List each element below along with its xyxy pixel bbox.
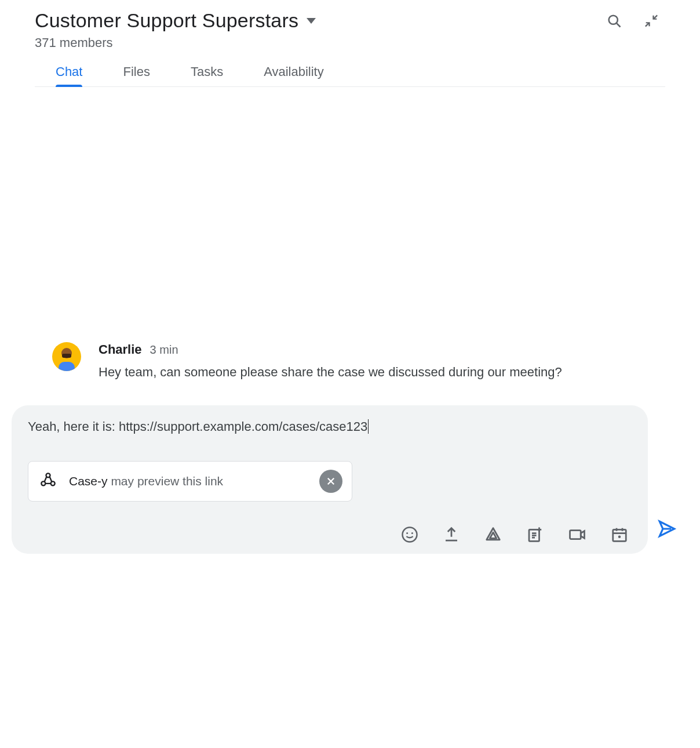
search-icon[interactable]	[606, 13, 622, 29]
message-text: Hey team, can someone please share the c…	[99, 362, 654, 382]
preview-app-name: Case-y	[69, 474, 108, 488]
member-count: 371 members	[35, 35, 665, 50]
tab-availability[interactable]: Availability	[264, 64, 324, 86]
svg-point-17	[618, 536, 621, 539]
collapse-icon[interactable]	[643, 13, 659, 29]
space-title: Customer Support Superstars	[35, 9, 298, 32]
tab-tasks[interactable]: Tasks	[191, 64, 223, 86]
title-row: Customer Support Superstars	[35, 9, 665, 32]
chevron-down-icon[interactable]	[307, 18, 316, 24]
svg-point-11	[403, 528, 417, 542]
preview-hint: may preview this link	[111, 474, 223, 488]
compose-toolbar	[28, 526, 632, 543]
message-head: Charlie 3 min	[99, 342, 654, 357]
emoji-icon[interactable]	[401, 526, 418, 543]
compose-wrap: Yeah, here it is: https://support.exampl…	[0, 405, 700, 554]
svg-point-13	[411, 532, 413, 534]
svg-point-7	[41, 482, 45, 486]
webhook-icon	[40, 472, 56, 491]
preview-label: Case-y may preview this link	[69, 474, 307, 488]
avatar[interactable]	[52, 342, 81, 371]
header: Customer Support Superstars 371 members …	[0, 0, 700, 87]
calendar-icon[interactable]	[611, 526, 628, 543]
svg-rect-4	[62, 354, 71, 358]
svg-point-0	[609, 15, 618, 24]
title-left: Customer Support Superstars	[35, 9, 316, 32]
tab-files[interactable]: Files	[123, 64, 150, 86]
title-right	[606, 13, 665, 29]
messages-area: Charlie 3 min Hey team, can someone plea…	[0, 87, 700, 405]
compose-box[interactable]: Yeah, here it is: https://support.exampl…	[12, 405, 648, 554]
compose-input[interactable]: Yeah, here it is: https://support.exampl…	[28, 419, 369, 434]
message-row: Charlie 3 min Hey team, can someone plea…	[52, 342, 654, 382]
svg-point-8	[51, 482, 55, 486]
send-button[interactable]	[657, 519, 688, 554]
svg-point-12	[406, 532, 408, 534]
svg-line-1	[617, 23, 620, 27]
sender-name: Charlie	[99, 342, 142, 357]
svg-rect-15	[570, 531, 581, 539]
link-preview-card: Case-y may preview this link	[28, 461, 352, 502]
tabs: Chat Files Tasks Availability	[35, 64, 665, 87]
tab-chat[interactable]: Chat	[56, 64, 82, 86]
message-time: 3 min	[150, 343, 178, 357]
message-body: Charlie 3 min Hey team, can someone plea…	[99, 342, 654, 382]
svg-rect-5	[59, 362, 75, 371]
create-doc-icon[interactable]	[526, 526, 544, 543]
svg-rect-16	[613, 529, 626, 541]
drive-icon[interactable]	[484, 526, 502, 543]
dismiss-preview-button[interactable]	[319, 470, 342, 493]
video-icon[interactable]	[568, 526, 586, 543]
upload-icon[interactable]	[443, 526, 460, 543]
